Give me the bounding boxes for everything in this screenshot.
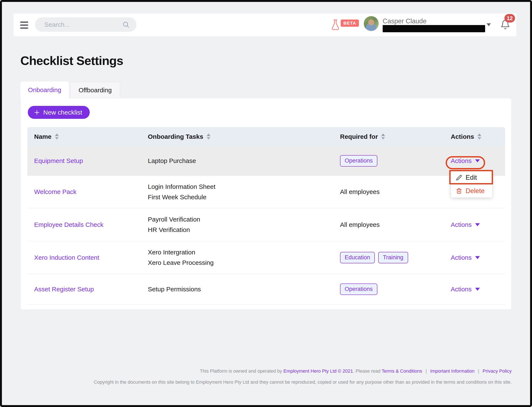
user-name[interactable]: Casper Claude bbox=[383, 17, 427, 25]
column-header-name[interactable]: Name bbox=[27, 127, 141, 146]
checklist-name-link[interactable]: Asset Register Setup bbox=[34, 286, 94, 293]
user-menu-caret-icon[interactable] bbox=[487, 23, 491, 26]
task-item: HR Verification bbox=[148, 226, 190, 234]
top-bar: BETA Casper Claude 12 bbox=[14, 14, 516, 37]
task-item: Xero Leave Processing bbox=[148, 259, 214, 266]
required-for-text: All employees bbox=[340, 221, 380, 228]
sort-icon bbox=[381, 133, 385, 140]
sort-icon bbox=[207, 133, 210, 140]
sort-icon bbox=[478, 133, 481, 140]
avatar[interactable] bbox=[364, 16, 379, 31]
checklist-table: Name Onboarding Tasks Required for Actio… bbox=[27, 127, 505, 305]
required-for-badge: Operations bbox=[340, 155, 377, 167]
checklist-name-link[interactable]: Equipment Setup bbox=[34, 157, 83, 164]
actions-dropdown-trigger[interactable]: Actions bbox=[451, 157, 480, 164]
column-header-required-for[interactable]: Required for bbox=[333, 127, 444, 146]
checklist-name-link[interactable]: Employee Details Check bbox=[34, 221, 103, 228]
page-title: Checklist Settings bbox=[20, 54, 123, 68]
task-item: Payroll Verification bbox=[148, 216, 200, 223]
caret-down-icon bbox=[475, 288, 480, 291]
new-checklist-label: New checklist bbox=[43, 109, 82, 116]
search-icon bbox=[122, 21, 130, 28]
checklist-name-link[interactable]: Welcome Pack bbox=[34, 188, 77, 196]
footer-link-terms[interactable]: Terms & Conditions bbox=[382, 368, 422, 374]
task-item: Laptop Purchase bbox=[148, 157, 196, 164]
beta-badge: BETA bbox=[341, 20, 359, 27]
footer-link-privacy-policy[interactable]: Privacy Policy bbox=[483, 368, 512, 374]
caret-down-icon bbox=[475, 223, 480, 226]
actions-dropdown-menu: Edit Delete bbox=[451, 171, 492, 197]
tab-onboarding[interactable]: Onboarding bbox=[20, 81, 69, 98]
task-item: First Week Schedule bbox=[148, 194, 206, 201]
table-row: Asset Register Setup Setup Permissions O… bbox=[27, 274, 505, 305]
required-for-text: All employees bbox=[340, 188, 380, 196]
required-for-badge: Training bbox=[378, 252, 408, 263]
task-item: Login Information Sheet bbox=[148, 183, 216, 190]
required-for-badge: Education bbox=[340, 252, 375, 263]
actions-dropdown-trigger[interactable]: Actions bbox=[451, 254, 480, 261]
column-header-actions[interactable]: Actions bbox=[444, 127, 505, 146]
table-row: Equipment Setup Laptop Purchase Operatio… bbox=[27, 146, 505, 176]
actions-dropdown-trigger[interactable]: Actions bbox=[451, 221, 480, 228]
actions-dropdown-trigger[interactable]: Actions bbox=[451, 286, 480, 293]
footer-legal-line: This Platform is owned and operated by E… bbox=[200, 368, 512, 374]
hamburger-menu-icon[interactable] bbox=[20, 21, 29, 30]
task-item: Xero Intergration bbox=[148, 249, 195, 256]
checklist-name-link[interactable]: Xero Induction Content bbox=[34, 254, 99, 261]
column-header-onboarding-tasks[interactable]: Onboarding Tasks bbox=[141, 127, 333, 146]
required-for-badge: Operations bbox=[340, 283, 377, 295]
notification-count-badge: 12 bbox=[504, 14, 515, 23]
table-row: Employee Details Check Payroll Verificat… bbox=[27, 208, 505, 241]
footer-copyright-line: Copyright in the documents on this site … bbox=[94, 379, 512, 385]
beta-flask-icon bbox=[331, 19, 340, 31]
caret-down-icon bbox=[475, 159, 480, 162]
table-row: Xero Induction Content Xero Intergration… bbox=[27, 241, 505, 274]
menu-item-edit[interactable]: Edit bbox=[451, 171, 492, 184]
new-checklist-button[interactable]: New checklist bbox=[28, 106, 90, 119]
table-row: Welcome Pack Login Information Sheet Fir… bbox=[27, 176, 505, 208]
redacted-text bbox=[383, 25, 485, 32]
screen: BETA Casper Claude 12 Checklist Settings… bbox=[0, 0, 532, 407]
tab-offboarding[interactable]: Offboarding bbox=[70, 82, 120, 98]
table-header-row: Name Onboarding Tasks Required for Actio… bbox=[27, 127, 505, 146]
sort-icon bbox=[55, 133, 59, 140]
pencil-icon bbox=[456, 175, 462, 180]
search-input[interactable] bbox=[44, 17, 121, 32]
plus-icon bbox=[34, 109, 40, 116]
search-bar bbox=[35, 17, 136, 32]
caret-down-icon bbox=[475, 256, 480, 259]
task-item: Setup Permissions bbox=[148, 286, 201, 293]
checklist-card: New checklist Name Onboarding Tasks Requ… bbox=[20, 98, 512, 310]
footer-link-important-information[interactable]: Important Information bbox=[430, 368, 475, 374]
footer-link-company[interactable]: Employment Hero Pty Ltd © 2021 bbox=[283, 368, 353, 374]
menu-item-delete[interactable]: Delete bbox=[451, 184, 492, 197]
trash-icon bbox=[456, 188, 462, 194]
